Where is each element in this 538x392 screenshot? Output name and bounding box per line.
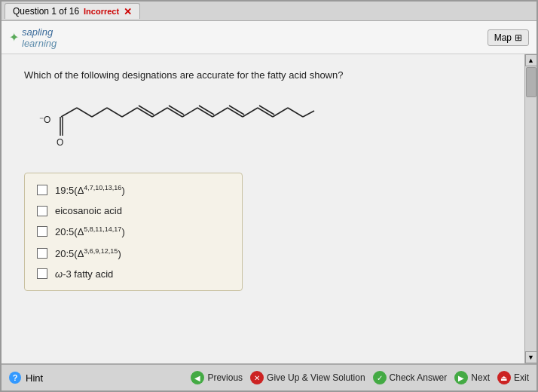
- answer-label-4: 20:5(Δ3,6,9,12,15): [55, 247, 121, 259]
- checkbox-2[interactable]: [37, 206, 47, 216]
- answer-box: 19:5(Δ4,7,10,13,16) eicosanoic acid 20:5…: [24, 173, 243, 291]
- question-text: Which of the following designations are …: [24, 69, 502, 81]
- svg-text:O: O: [57, 137, 63, 148]
- svg-line-17: [212, 108, 228, 117]
- sapling-icon: ✦: [9, 30, 19, 44]
- give-up-button[interactable]: ✕ Give Up & View Solution: [250, 371, 365, 384]
- logo-sapling: sapling: [22, 26, 53, 38]
- question-tab-label: Question 1 of 16: [13, 6, 79, 17]
- main-content: ✦ sapling learning Map ⊞ Which of the fo…: [2, 21, 536, 363]
- map-icon: ⊞: [515, 32, 522, 43]
- logo-area: ✦ sapling learning: [9, 26, 57, 49]
- svg-line-24: [288, 108, 303, 117]
- answer-item-3: 20:5(Δ5,8,11,14,17): [37, 225, 230, 237]
- scroll-down-button[interactable]: ▼: [525, 351, 537, 363]
- give-up-label: Give Up & View Solution: [267, 372, 365, 383]
- answer-label-1: 19:5(Δ4,7,10,13,16): [55, 184, 125, 196]
- close-tab-button[interactable]: ✕: [124, 7, 132, 17]
- footer-nav: ◀ Previous ✕ Give Up & View Solution ✓ C…: [191, 371, 529, 384]
- next-label: Next: [471, 372, 490, 383]
- svg-line-14: [182, 108, 197, 117]
- app-frame: Question 1 of 16 Incorrect ✕ ✦ sapling l…: [0, 0, 538, 392]
- previous-button[interactable]: ◀ Previous: [191, 371, 243, 384]
- footer: ? Hint ◀ Previous ✕ Give Up & View Solut…: [2, 363, 536, 390]
- check-answer-button[interactable]: ✓ Check Answer: [373, 371, 448, 384]
- exit-icon: ⏏: [497, 371, 511, 384]
- answer-label-5: ω-3 fatty acid: [55, 268, 113, 280]
- answer-item-5: ω-3 fatty acid: [37, 268, 230, 280]
- svg-line-4: [61, 108, 77, 117]
- check-answer-label: Check Answer: [390, 372, 448, 383]
- structure-area: ⁻O O: [24, 94, 502, 155]
- scrollbar: ▲ ▼: [524, 54, 536, 363]
- svg-line-7: [107, 108, 122, 117]
- logo-text: sapling learning: [22, 26, 57, 49]
- incorrect-badge: Incorrect: [84, 7, 119, 16]
- content-header: ✦ sapling learning Map ⊞: [2, 21, 536, 54]
- svg-line-5: [77, 108, 92, 117]
- svg-line-8: [122, 108, 137, 117]
- previous-label: Previous: [207, 372, 243, 383]
- answer-item-1: 19:5(Δ4,7,10,13,16): [37, 184, 230, 196]
- svg-line-11: [152, 108, 167, 117]
- checkbox-3[interactable]: [37, 226, 47, 237]
- previous-icon: ◀: [191, 371, 204, 384]
- exit-button[interactable]: ⏏ Exit: [497, 371, 529, 384]
- check-answer-icon: ✓: [373, 371, 387, 384]
- map-label: Map: [494, 32, 512, 43]
- footer-left: ? Hint: [9, 372, 43, 384]
- scroll-track: [525, 66, 536, 351]
- hint-label[interactable]: Hint: [26, 372, 43, 384]
- hint-icon: ?: [9, 372, 21, 384]
- svg-line-6: [92, 108, 107, 117]
- svg-line-23: [273, 108, 288, 117]
- exit-label: Exit: [514, 372, 529, 383]
- next-button[interactable]: ▶ Next: [454, 371, 490, 384]
- give-up-icon: ✕: [250, 371, 264, 384]
- scroll-up-button[interactable]: ▲: [525, 54, 537, 66]
- answer-label-3: 20:5(Δ5,8,11,14,17): [55, 225, 125, 237]
- svg-line-25: [303, 111, 314, 117]
- question-body: Which of the following designations are …: [2, 54, 524, 363]
- next-icon: ▶: [454, 371, 468, 384]
- answer-item-2: eicosanoic acid: [37, 205, 230, 216]
- svg-text:⁻O: ⁻O: [39, 115, 50, 125]
- tab-bar: Question 1 of 16 Incorrect ✕: [2, 2, 536, 21]
- question-tab: Question 1 of 16 Incorrect ✕: [5, 3, 140, 19]
- content-with-scroll: Which of the following designations are …: [2, 54, 536, 363]
- svg-line-20: [243, 108, 258, 117]
- answer-item-4: 20:5(Δ3,6,9,12,15): [37, 247, 230, 259]
- checkbox-4[interactable]: [37, 248, 47, 259]
- scroll-thumb[interactable]: [526, 67, 536, 97]
- checkbox-5[interactable]: [37, 268, 47, 279]
- checkbox-1[interactable]: [37, 185, 47, 195]
- answer-label-2: eicosanoic acid: [55, 205, 122, 216]
- fatty-acid-structure: ⁻O O: [32, 94, 348, 155]
- map-button[interactable]: Map ⊞: [488, 29, 529, 46]
- logo-learning: learning: [22, 38, 57, 49]
